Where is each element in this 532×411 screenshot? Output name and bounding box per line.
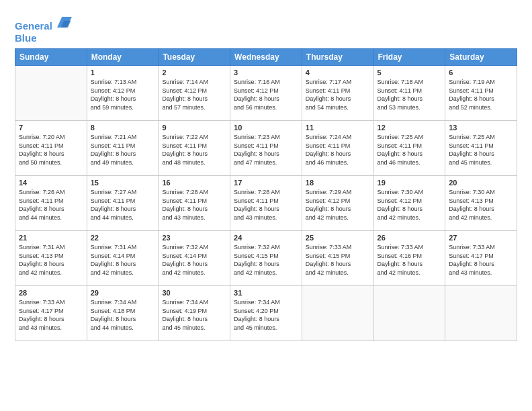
day-cell — [445, 286, 517, 341]
day-cell: 5Sunrise: 7:18 AM Sunset: 4:11 PM Daylig… — [373, 66, 445, 121]
logo-text: General — [15, 15, 72, 32]
day-info: Sunrise: 7:16 AM Sunset: 4:12 PM Dayligh… — [234, 78, 298, 111]
weekday-header-tuesday: Tuesday — [159, 49, 230, 66]
day-number: 30 — [162, 289, 226, 297]
day-info: Sunrise: 7:33 AM Sunset: 4:16 PM Dayligh… — [378, 243, 442, 277]
day-info: Sunrise: 7:23 AM Sunset: 4:11 PM Dayligh… — [234, 133, 298, 167]
day-cell: 15Sunrise: 7:27 AM Sunset: 4:11 PM Dayli… — [87, 176, 159, 231]
day-number: 18 — [306, 179, 370, 187]
day-number: 22 — [91, 234, 155, 242]
day-number: 6 — [449, 68, 513, 77]
day-cell: 30Sunrise: 7:34 AM Sunset: 4:19 PM Dayli… — [159, 286, 230, 341]
day-cell: 31Sunrise: 7:34 AM Sunset: 4:20 PM Dayli… — [230, 286, 302, 341]
day-info: Sunrise: 7:26 AM Sunset: 4:11 PM Dayligh… — [19, 188, 83, 222]
day-number: 14 — [19, 179, 83, 187]
day-info: Sunrise: 7:18 AM Sunset: 4:11 PM Dayligh… — [378, 78, 442, 111]
day-number: 16 — [162, 179, 226, 187]
day-number: 13 — [449, 124, 513, 132]
day-cell: 10Sunrise: 7:23 AM Sunset: 4:11 PM Dayli… — [230, 121, 302, 176]
day-info: Sunrise: 7:28 AM Sunset: 4:11 PM Dayligh… — [234, 188, 298, 222]
logo: General Blue — [15, 15, 72, 44]
weekday-header-monday: Monday — [87, 49, 159, 66]
day-info: Sunrise: 7:32 AM Sunset: 4:14 PM Dayligh… — [162, 243, 226, 277]
day-info: Sunrise: 7:31 AM Sunset: 4:14 PM Dayligh… — [91, 243, 155, 277]
week-row-5: 28Sunrise: 7:33 AM Sunset: 4:17 PM Dayli… — [15, 286, 517, 341]
day-cell: 13Sunrise: 7:25 AM Sunset: 4:11 PM Dayli… — [445, 121, 517, 176]
logo-general: General — [15, 20, 52, 32]
day-cell: 2Sunrise: 7:14 AM Sunset: 4:12 PM Daylig… — [159, 66, 230, 121]
day-info: Sunrise: 7:31 AM Sunset: 4:13 PM Dayligh… — [19, 243, 83, 277]
day-number: 8 — [91, 124, 155, 132]
day-number: 10 — [234, 124, 298, 132]
logo-blue: Blue — [15, 32, 72, 44]
header: General Blue — [15, 12, 517, 44]
day-number: 1 — [91, 68, 155, 77]
day-cell: 7Sunrise: 7:20 AM Sunset: 4:11 PM Daylig… — [15, 121, 87, 176]
day-cell: 16Sunrise: 7:28 AM Sunset: 4:11 PM Dayli… — [159, 176, 230, 231]
day-info: Sunrise: 7:30 AM Sunset: 4:13 PM Dayligh… — [449, 188, 513, 222]
day-number: 26 — [378, 234, 442, 242]
day-cell: 12Sunrise: 7:25 AM Sunset: 4:11 PM Dayli… — [373, 121, 445, 176]
day-number: 3 — [234, 68, 298, 77]
week-row-3: 14Sunrise: 7:26 AM Sunset: 4:11 PM Dayli… — [15, 176, 517, 231]
day-number: 23 — [162, 234, 226, 242]
day-number: 9 — [162, 124, 226, 132]
day-info: Sunrise: 7:24 AM Sunset: 4:11 PM Dayligh… — [306, 133, 370, 167]
day-info: Sunrise: 7:27 AM Sunset: 4:11 PM Dayligh… — [91, 188, 155, 222]
day-cell: 21Sunrise: 7:31 AM Sunset: 4:13 PM Dayli… — [15, 231, 87, 286]
day-cell: 4Sunrise: 7:17 AM Sunset: 4:11 PM Daylig… — [302, 66, 373, 121]
week-row-2: 7Sunrise: 7:20 AM Sunset: 4:11 PM Daylig… — [15, 121, 517, 176]
day-number: 17 — [234, 179, 298, 187]
day-info: Sunrise: 7:20 AM Sunset: 4:11 PM Dayligh… — [19, 133, 83, 167]
day-info: Sunrise: 7:33 AM Sunset: 4:17 PM Dayligh… — [449, 243, 513, 277]
day-info: Sunrise: 7:34 AM Sunset: 4:19 PM Dayligh… — [162, 298, 226, 332]
day-info: Sunrise: 7:14 AM Sunset: 4:12 PM Dayligh… — [162, 78, 226, 111]
weekday-header-sunday: Sunday — [15, 49, 87, 66]
day-info: Sunrise: 7:33 AM Sunset: 4:17 PM Dayligh… — [19, 298, 83, 332]
day-cell: 28Sunrise: 7:33 AM Sunset: 4:17 PM Dayli… — [15, 286, 87, 341]
day-number: 31 — [234, 289, 298, 297]
day-info: Sunrise: 7:30 AM Sunset: 4:12 PM Dayligh… — [378, 188, 442, 222]
day-number: 2 — [162, 68, 226, 77]
day-info: Sunrise: 7:13 AM Sunset: 4:12 PM Dayligh… — [91, 78, 155, 111]
day-cell: 8Sunrise: 7:21 AM Sunset: 4:11 PM Daylig… — [87, 121, 159, 176]
weekday-header-friday: Friday — [373, 49, 445, 66]
day-number: 29 — [91, 289, 155, 297]
day-number: 4 — [306, 68, 370, 77]
logo-icon — [57, 15, 72, 30]
day-number: 27 — [449, 234, 513, 242]
day-number: 11 — [306, 124, 370, 132]
weekday-header-wednesday: Wednesday — [230, 49, 302, 66]
day-info: Sunrise: 7:19 AM Sunset: 4:11 PM Dayligh… — [449, 78, 513, 111]
day-cell: 19Sunrise: 7:30 AM Sunset: 4:12 PM Dayli… — [373, 176, 445, 231]
day-number: 12 — [378, 124, 442, 132]
day-cell: 18Sunrise: 7:29 AM Sunset: 4:12 PM Dayli… — [302, 176, 373, 231]
calendar-table: SundayMondayTuesdayWednesdayThursdayFrid… — [15, 48, 517, 341]
page: General Blue SundayMondayTuesdayWednesda… — [0, 0, 532, 411]
day-cell — [373, 286, 445, 341]
day-number: 20 — [449, 179, 513, 187]
day-cell: 26Sunrise: 7:33 AM Sunset: 4:16 PM Dayli… — [373, 231, 445, 286]
day-cell: 22Sunrise: 7:31 AM Sunset: 4:14 PM Dayli… — [87, 231, 159, 286]
day-cell — [302, 286, 373, 341]
day-cell: 6Sunrise: 7:19 AM Sunset: 4:11 PM Daylig… — [445, 66, 517, 121]
day-number: 28 — [19, 289, 83, 297]
day-cell: 9Sunrise: 7:22 AM Sunset: 4:11 PM Daylig… — [159, 121, 230, 176]
day-number: 5 — [378, 68, 442, 77]
day-number: 24 — [234, 234, 298, 242]
day-info: Sunrise: 7:34 AM Sunset: 4:18 PM Dayligh… — [91, 298, 155, 332]
day-info: Sunrise: 7:25 AM Sunset: 4:11 PM Dayligh… — [378, 133, 442, 167]
day-info: Sunrise: 7:33 AM Sunset: 4:15 PM Dayligh… — [306, 243, 370, 277]
day-number: 15 — [91, 179, 155, 187]
week-row-1: 1Sunrise: 7:13 AM Sunset: 4:12 PM Daylig… — [15, 66, 517, 121]
day-info: Sunrise: 7:29 AM Sunset: 4:12 PM Dayligh… — [306, 188, 370, 222]
day-number: 19 — [378, 179, 442, 187]
day-number: 25 — [306, 234, 370, 242]
day-cell: 23Sunrise: 7:32 AM Sunset: 4:14 PM Dayli… — [159, 231, 230, 286]
day-info: Sunrise: 7:21 AM Sunset: 4:11 PM Dayligh… — [91, 133, 155, 167]
day-cell: 20Sunrise: 7:30 AM Sunset: 4:13 PM Dayli… — [445, 176, 517, 231]
day-info: Sunrise: 7:32 AM Sunset: 4:15 PM Dayligh… — [234, 243, 298, 277]
day-cell: 29Sunrise: 7:34 AM Sunset: 4:18 PM Dayli… — [87, 286, 159, 341]
day-cell: 25Sunrise: 7:33 AM Sunset: 4:15 PM Dayli… — [302, 231, 373, 286]
day-cell: 27Sunrise: 7:33 AM Sunset: 4:17 PM Dayli… — [445, 231, 517, 286]
